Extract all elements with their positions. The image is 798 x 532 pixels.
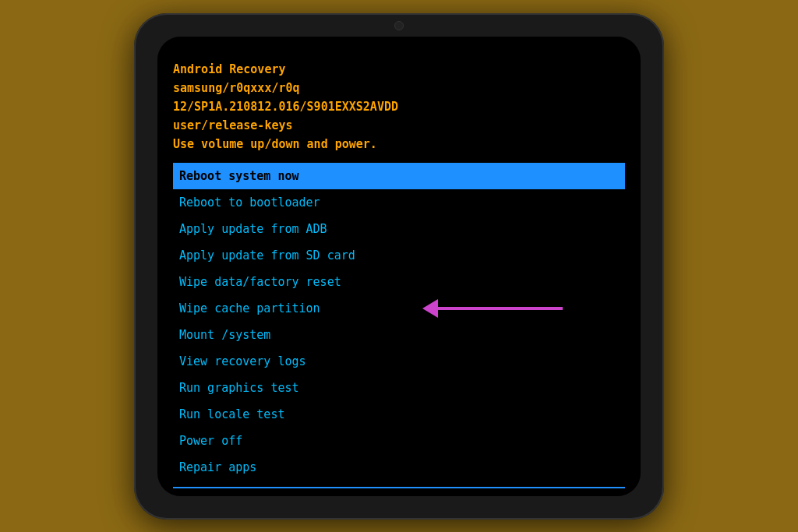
phone-screen-container: Android Recovery samsung/r0qxxx/r0q 12/S… xyxy=(157,37,641,496)
menu-item-wipe-factory[interactable]: Wipe data/factory reset xyxy=(173,269,625,295)
header-line-2: samsung/r0qxxx/r0q xyxy=(173,79,625,97)
android-recovery-screen: Android Recovery samsung/r0qxxx/r0q 12/S… xyxy=(157,37,641,496)
header-line-4: user/release-keys xyxy=(173,116,625,135)
recovery-header: Android Recovery samsung/r0qxxx/r0q 12/S… xyxy=(173,60,625,153)
phone-device: Android Recovery samsung/r0qxxx/r0q 12/S… xyxy=(134,13,664,520)
bottom-divider xyxy=(173,487,625,488)
menu-item-reboot-bootloader[interactable]: Reboot to bootloader xyxy=(173,189,625,216)
menu-item-view-logs[interactable]: View recovery logs xyxy=(173,348,625,375)
arrow-head xyxy=(422,299,438,318)
menu-item-repair-apps[interactable]: Repair apps xyxy=(173,454,625,481)
menu-item-apply-sd[interactable]: Apply update from SD card xyxy=(173,242,625,269)
header-line-1: Android Recovery xyxy=(173,60,625,79)
header-line-5: Use volume up/down and power. xyxy=(173,135,625,153)
menu-item-power-off[interactable]: Power off xyxy=(173,428,625,454)
arrow-line xyxy=(438,307,563,310)
menu-item-apply-adb[interactable]: Apply update from ADB xyxy=(173,216,625,242)
menu-item-wipe-cache[interactable]: Wipe cache partition xyxy=(173,295,625,322)
menu-item-graphics-test[interactable]: Run graphics test xyxy=(173,375,625,401)
menu-item-locale-test[interactable]: Run locale test xyxy=(173,401,625,428)
menu-item-mount-system[interactable]: Mount /system xyxy=(173,322,625,348)
recovery-menu: Reboot system now Reboot to bootloader A… xyxy=(173,163,625,488)
arrow-annotation xyxy=(438,307,563,310)
camera-notch xyxy=(394,21,404,30)
menu-item-reboot-system[interactable]: Reboot system now xyxy=(173,163,625,189)
header-line-3: 12/SP1A.210812.016/S901EXXS2AVDD xyxy=(173,97,625,116)
